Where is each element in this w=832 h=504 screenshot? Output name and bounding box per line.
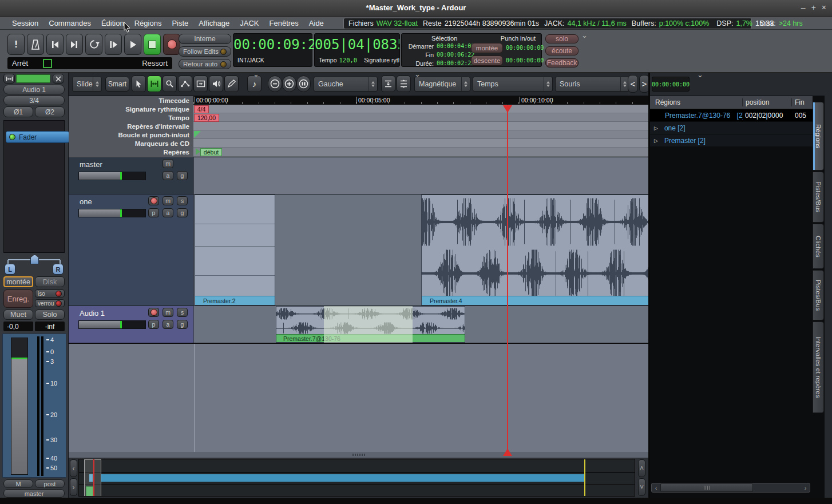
hscroll-right-button[interactable]: › xyxy=(801,483,810,492)
track-audio1-afl-button[interactable]: a xyxy=(163,320,173,329)
shuttle-control[interactable]: Arrêt Ressort xyxy=(7,57,172,69)
col-end[interactable]: Fin xyxy=(792,98,813,106)
processor-fader-entry[interactable]: Fader xyxy=(6,131,69,143)
gain-fader[interactable] xyxy=(11,338,28,475)
tool-audition-button[interactable] xyxy=(209,76,223,92)
editor-hscroll-strip[interactable] xyxy=(69,452,648,458)
nudge-back-button[interactable]: < xyxy=(628,75,638,93)
tool-range-button[interactable] xyxy=(147,76,161,92)
loop-start-marker[interactable] xyxy=(194,131,201,138)
tool-draw-button[interactable] xyxy=(178,76,192,92)
minimize-icon[interactable]: – xyxy=(801,3,806,12)
loop-button[interactable] xyxy=(85,34,102,55)
menu-aide[interactable]: Aide xyxy=(304,19,329,27)
track-one-afl-button[interactable]: a xyxy=(163,208,173,217)
tab-ranges-marks[interactable]: Intervalles et repères xyxy=(813,322,824,413)
go-start-button[interactable] xyxy=(46,34,64,55)
rec-safe-button[interactable]: montée xyxy=(3,276,33,287)
mute-button[interactable]: Muet xyxy=(3,309,33,320)
punch-in-button[interactable]: montée xyxy=(471,43,503,53)
grid-type-select[interactable]: Temps xyxy=(473,77,553,92)
scroll-grip-icon[interactable] xyxy=(352,454,365,456)
close-icon[interactable]: × xyxy=(822,3,826,12)
summary-scroll-right-button[interactable]: › xyxy=(70,478,77,496)
sync-source-button[interactable]: Interne xyxy=(179,34,231,44)
cd-markers-ruler[interactable] xyxy=(193,139,648,148)
peak-display[interactable]: -inf xyxy=(35,322,65,331)
strip-color-swatch[interactable] xyxy=(16,74,50,83)
summary-scroll-down-button[interactable]: ˅ xyxy=(638,478,645,496)
gain-display[interactable]: -0,0 xyxy=(3,322,33,331)
output-button[interactable]: master xyxy=(3,489,65,498)
ruler-label-loop[interactable]: Boucle et punch-in/out xyxy=(69,130,193,139)
pan-widget[interactable]: L R xyxy=(3,254,65,274)
zoom-chevron-icon[interactable]: ⌄ xyxy=(414,72,421,77)
track-one-gain-button[interactable]: g xyxy=(177,208,188,217)
track-master-fader[interactable] xyxy=(78,172,146,180)
punch-out-button[interactable]: descente xyxy=(471,55,503,66)
expand-tracks-button[interactable] xyxy=(397,76,411,92)
track-one-fader[interactable] xyxy=(78,209,146,217)
title-bar[interactable]: *Master_Work_type - Ardour – + × xyxy=(0,0,832,17)
edit-point-select[interactable]: Souris xyxy=(555,77,629,92)
disk-monitor-button[interactable]: Disk xyxy=(35,276,65,287)
menu-commandes[interactable]: Commandes xyxy=(43,19,96,27)
timecode-ruler[interactable]: 00:00:00:00 00:00:05:00 00:00:10:00 xyxy=(193,96,648,105)
smart-mode-button[interactable]: Smart xyxy=(105,77,129,92)
audition-indicator-button[interactable]: écoute xyxy=(545,46,579,55)
hscroll-left-button[interactable]: ‹ xyxy=(652,483,660,492)
strip-width-button[interactable] xyxy=(3,74,15,84)
maximize-icon[interactable]: + xyxy=(811,3,816,12)
follow-edits-button[interactable]: Follow Edits xyxy=(179,46,231,57)
primary-clock[interactable]: 00:00:09:21 INT/JACK xyxy=(233,33,312,67)
region-premaster2-namebar[interactable]: Premaster.2 xyxy=(195,296,275,305)
meter-ruler[interactable]: 4/4 xyxy=(193,105,648,113)
transport-chevron-icon[interactable]: ⌄ xyxy=(581,33,588,38)
track-audio1-rec-button[interactable] xyxy=(148,308,159,317)
track-audio1-canvas[interactable]: Premaster.7@130-76 xyxy=(193,306,648,343)
track-audio1-fader[interactable] xyxy=(78,320,146,329)
solo-indicator-button[interactable]: solo xyxy=(545,34,579,43)
zoom-in-button[interactable] xyxy=(282,76,296,92)
tool-edit-button[interactable] xyxy=(224,76,239,92)
lock-button[interactable]: verrou xyxy=(35,299,65,307)
track-master-canvas[interactable] xyxy=(193,157,648,194)
tempo-ruler[interactable]: 120,00 xyxy=(193,113,648,122)
track-one-header[interactable]: one m s p a g xyxy=(69,195,193,305)
track-one-name[interactable]: one xyxy=(80,197,92,206)
ranges-ruler[interactable] xyxy=(193,122,648,130)
editor-canvas-filler[interactable] xyxy=(69,344,648,452)
playhead-line[interactable] xyxy=(507,105,508,456)
track-master-gain-button[interactable]: g xyxy=(177,171,188,180)
location-markers-ruler[interactable]: début xyxy=(193,148,648,157)
nudge-clock[interactable]: 00:00:00:00 xyxy=(652,77,690,92)
meter-marker[interactable]: 4/4 xyxy=(194,105,209,113)
strip-signature-button[interactable]: 3/4 xyxy=(3,96,65,105)
iso-button[interactable]: iso xyxy=(35,289,65,297)
summary-scroll-left-button[interactable]: ‹ xyxy=(70,459,77,477)
ruler-label-meter[interactable]: Signature rythmique xyxy=(69,105,193,113)
region-list-row[interactable]: Premaster.7@130-76 [2] 002|02|0000 005 xyxy=(650,109,813,121)
zoom-out-button[interactable] xyxy=(268,76,282,92)
ruler-label-cd[interactable]: Marqueurs de CD xyxy=(69,139,193,148)
tool-stretch-button[interactable] xyxy=(193,76,208,92)
strip-close-button[interactable] xyxy=(53,74,64,84)
processor-active-led[interactable] xyxy=(9,134,15,140)
tab-snapshots[interactable]: Clichés xyxy=(813,224,824,269)
disclosure-icon[interactable]: ▷ xyxy=(654,138,658,144)
track-audio1-mute-button[interactable]: m xyxy=(163,308,173,317)
tool-object-button[interactable] xyxy=(132,76,146,92)
track-one-playlist-button[interactable]: p xyxy=(148,208,159,217)
tempo-marker[interactable]: 120,00 xyxy=(194,114,219,122)
tab-tracks-bus-1[interactable]: Pistes/Bus xyxy=(813,172,824,223)
menu-affichage[interactable]: Affichage xyxy=(193,19,235,27)
summary-scroll-up-button[interactable]: ˄ xyxy=(638,459,645,477)
track-audio1-gain-button[interactable]: g xyxy=(177,320,188,329)
loop-punch-ruler[interactable] xyxy=(193,130,648,139)
track-audio1-name[interactable]: Audio 1 xyxy=(80,309,105,318)
secondary-clock[interactable]: 005|04|0835 Tempo 120,0 Signature ryth xyxy=(314,33,400,67)
region-premaster4[interactable]: Premaster.4 xyxy=(421,195,649,305)
record-enable-button[interactable]: Enreg. xyxy=(3,289,33,308)
playhead-top-handle[interactable] xyxy=(503,105,512,113)
track-one-mute-button[interactable]: m xyxy=(163,196,173,205)
